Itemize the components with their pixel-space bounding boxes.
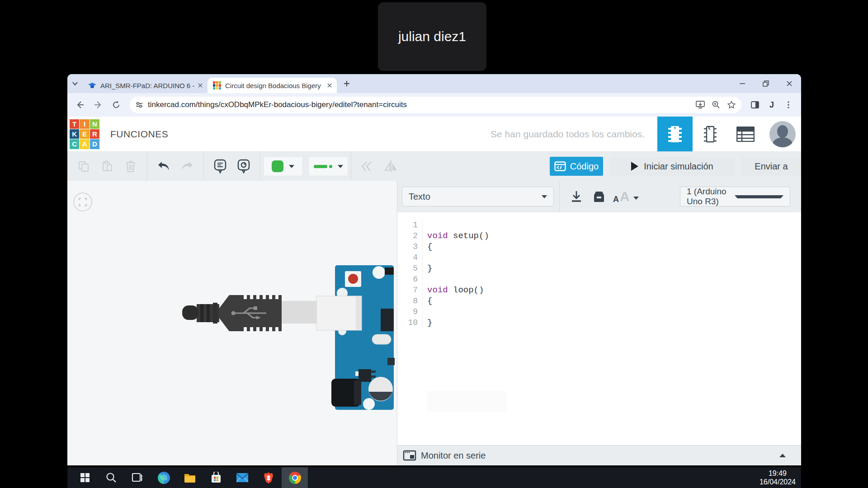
undo-icon (157, 161, 170, 172)
reload-icon (112, 100, 121, 109)
redo-button[interactable] (175, 156, 199, 176)
new-tab-button[interactable] (343, 80, 350, 87)
close-icon (786, 80, 793, 87)
back-button[interactable] (71, 96, 89, 114)
chip-breadboard-icon (667, 124, 683, 144)
list-view-button[interactable] (728, 117, 763, 151)
tinkercad-logo[interactable]: T I N K E R C A D (69, 118, 100, 150)
address-bar[interactable]: tinkercad.com/things/cxODbqMPkEr-bodacio… (130, 97, 741, 113)
zoom-icon[interactable] (712, 100, 721, 109)
code-line: 8{ (397, 296, 801, 306)
chrome-app-button[interactable] (282, 467, 308, 488)
minimize-button[interactable] (731, 74, 754, 93)
project-title[interactable]: FUNCIONES (110, 129, 168, 140)
tab-moodle[interactable]: ARI_SMR-FPaD: ARDUINO 6 - E (83, 78, 208, 93)
tab-title: Circuit design Bodacious Bigery (225, 82, 324, 89)
start-simulation-button[interactable]: Iniciar simulación (609, 157, 735, 176)
mirror-button[interactable] (379, 156, 403, 176)
code-line: 4 (397, 252, 801, 263)
font-size-dropdown[interactable]: A A (610, 190, 642, 203)
taskbar-search-button[interactable] (98, 467, 124, 488)
board-select-dropdown[interactable]: 1 (Arduino Uno R3) (680, 187, 790, 206)
send-to-label: Enviar a (755, 161, 788, 172)
code-editor[interactable]: 1 2void setup() 3{ 4 5} 6 7void loop() 8… (397, 212, 801, 445)
ms-store-button[interactable] (203, 467, 229, 488)
logo-tile: N (90, 119, 99, 129)
restore-button[interactable] (754, 74, 778, 93)
profile-avatar[interactable]: J (764, 100, 779, 110)
forward-button[interactable] (89, 96, 107, 114)
serial-monitor-bar[interactable]: Monitor en serie (397, 445, 801, 465)
zoom-to-fit-button[interactable] (73, 192, 92, 211)
code-mode-dropdown[interactable]: Texto (402, 187, 554, 206)
code-line: 6 (397, 274, 801, 285)
chrome-icon (289, 472, 301, 484)
board-select-label: 1 (Arduino Uno R3) (687, 187, 730, 206)
save-status: Se han guardado todos los cambios. (491, 129, 645, 140)
participant-name-tag: julian diez1 (378, 2, 486, 71)
fit-view-icon (78, 197, 87, 206)
download-code-button[interactable] (565, 187, 588, 206)
side-panel-button[interactable] (746, 96, 764, 114)
logo-tile: T (70, 119, 79, 129)
plus-icon (343, 80, 350, 87)
close-tab-icon[interactable] (327, 83, 332, 88)
serial-monitor-label: Monitor en serie (421, 450, 486, 461)
tab-tinkercad[interactable]: Circuit design Bodacious Bigery (208, 78, 337, 93)
component-inspect-button[interactable] (232, 156, 255, 176)
logo-tile: A (80, 139, 89, 149)
back-icon (75, 100, 85, 109)
breadboard-view-button[interactable] (657, 117, 693, 151)
notes-button[interactable] (208, 156, 232, 176)
folder-icon (184, 472, 196, 483)
circuit-canvas[interactable] (67, 181, 397, 465)
chevron-down-icon (289, 165, 294, 168)
tab-search-button[interactable] (67, 80, 83, 87)
bookmark-star-icon[interactable] (727, 100, 736, 109)
schematic-view-button[interactable] (693, 117, 728, 151)
mirror-icon (384, 160, 398, 173)
graduation-cap-icon (88, 81, 96, 89)
minimize-icon (739, 80, 746, 87)
clock-date: 16/04/2024 (760, 478, 796, 486)
browser-menu-button[interactable] (779, 96, 797, 114)
paste-button[interactable] (95, 156, 119, 176)
user-avatar[interactable] (769, 121, 796, 147)
restore-icon (762, 80, 769, 87)
send-to-button[interactable]: Enviar a (741, 157, 801, 176)
rotate-button[interactable] (356, 156, 379, 176)
kebab-menu-icon (784, 101, 793, 109)
rotate-icon (361, 160, 374, 173)
color-dropdown[interactable] (263, 156, 303, 176)
reload-button[interactable] (107, 96, 125, 114)
font-size-small-glyph: A (613, 195, 619, 203)
edge-app-button[interactable] (151, 467, 177, 488)
close-window-button[interactable] (778, 74, 801, 93)
undo-button[interactable] (152, 156, 175, 176)
tab-title: ARI_SMR-FPaD: ARDUINO 6 - E (100, 82, 195, 89)
file-explorer-button[interactable] (177, 467, 203, 488)
brave-app-button[interactable] (255, 467, 282, 488)
chevron-down-icon (633, 197, 639, 200)
copy-button[interactable] (72, 156, 95, 176)
archive-icon (592, 191, 606, 202)
delete-button[interactable] (119, 156, 142, 176)
code-library-button[interactable] (588, 187, 610, 206)
omnibox-actions (695, 100, 736, 109)
install-app-icon[interactable] (695, 100, 705, 109)
arduino-usb-circuit[interactable] (176, 258, 397, 416)
annotation-icon (213, 159, 227, 174)
chevron-up-icon (779, 454, 786, 457)
start-button[interactable] (72, 467, 98, 488)
taskbar-clock[interactable]: 19:49 16/04/2024 (757, 467, 798, 488)
table-icon (736, 127, 755, 142)
start-simulation-label: Iniciar simulación (644, 161, 713, 172)
task-view-button[interactable] (124, 467, 151, 488)
code-button[interactable]: Código (550, 157, 603, 176)
logo-tile: E (80, 129, 89, 139)
close-tab-icon[interactable] (198, 83, 203, 88)
task-view-icon (132, 472, 143, 483)
code-panel: Texto A A 1 ( (397, 181, 801, 465)
wire-style-dropdown[interactable] (308, 156, 348, 176)
mail-app-button[interactable] (229, 467, 255, 488)
